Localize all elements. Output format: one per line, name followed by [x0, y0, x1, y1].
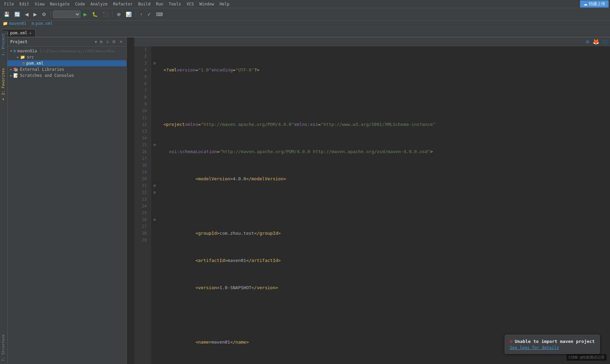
sidebar-title: Project	[10, 39, 92, 44]
tree-item-scratches[interactable]: ▶ 📝 Scratches and Consoles	[7, 72, 126, 79]
separator-3	[136, 11, 136, 18]
line-num-13: 13	[137, 128, 147, 135]
breadcrumb-file[interactable]: pom.xml	[35, 21, 53, 26]
menu-navigate[interactable]: Navigate	[47, 1, 73, 7]
breadcrumb-file-icon: m	[32, 21, 34, 26]
debug-button[interactable]: 🐛	[90, 11, 99, 18]
fold-marker-22[interactable]: ⊟	[154, 189, 156, 196]
back-button[interactable]: ◀	[23, 11, 30, 18]
code-text-1: <?	[163, 67, 169, 73]
line-num-7: 7	[137, 87, 147, 94]
line-num-15: 15	[137, 142, 147, 148]
tree-path-maven01a: C:\ZTools\mavenprojrct01\maven01a	[40, 49, 114, 53]
save-button[interactable]: 💾	[2, 11, 11, 18]
tree-label-scratches: Scratches and Consoles	[20, 73, 74, 78]
tab-bar: m pom.xml ✕	[0, 27, 610, 37]
line-num-28: 28	[137, 230, 147, 237]
code-line-6	[163, 203, 610, 210]
code-line-9: <version>1.0-SNAPSHOT</version>	[163, 284, 610, 291]
code-editor[interactable]: 1 2 3 4 5 6 7 8 9 10 11 12 13 14 15 16 1…	[134, 46, 610, 364]
menu-bar: File Edit View Navigate Code Analyze Ref…	[0, 0, 610, 8]
menu-code[interactable]: Code	[73, 1, 88, 7]
code-line-8: <artifactId>maven01</artifactId>	[163, 257, 610, 264]
menu-right: ☁ 拍摄上传	[580, 0, 609, 7]
fold-marker-3[interactable]: ⊟	[154, 60, 156, 67]
editor-toolbar: ⊙ 🦊 ⬡	[134, 37, 610, 46]
menu-help[interactable]: Help	[217, 1, 232, 7]
tree-icon-scratches: 📝	[13, 73, 18, 78]
line-num-11: 11	[137, 114, 147, 121]
tree-arrow-maven01a: ▼	[10, 49, 12, 53]
line-num-1: 1	[137, 46, 147, 53]
edge-icon[interactable]: ⬡	[602, 38, 609, 45]
tree-item-pom[interactable]: m pom.xml	[7, 60, 126, 66]
code-line-1: <?xml version="1.0" encoding="UTF-8"?>	[163, 67, 610, 73]
line-num-20: 20	[137, 176, 147, 182]
menu-analyze[interactable]: Analyze	[88, 1, 110, 7]
sidebar-dropdown-icon[interactable]: ▼	[95, 40, 97, 44]
vcs-commit-button[interactable]: ✓	[145, 11, 153, 18]
run-config-select[interactable]	[53, 11, 80, 18]
chrome-icon[interactable]: ⊙	[585, 38, 590, 45]
line-num-18: 18	[137, 162, 147, 169]
firefox-icon[interactable]: 🦊	[592, 38, 600, 45]
notification-description: See logs for details	[510, 345, 595, 350]
code-line-2	[163, 94, 610, 101]
notification-error-icon: ⊗	[510, 338, 513, 344]
menu-file[interactable]: File	[1, 1, 17, 7]
stop-button[interactable]: ⬛	[101, 11, 110, 18]
panel-project[interactable]: 1: Project	[0, 31, 7, 59]
tree-item-src[interactable]: ▶ 📁 src	[7, 54, 126, 60]
menu-run[interactable]: Run	[153, 1, 166, 7]
notification-link[interactable]: See logs for details	[510, 345, 559, 350]
terminal-button[interactable]: ⌨	[154, 11, 165, 18]
profile-button[interactable]: 📊	[124, 11, 133, 18]
tree-arrow-src: ▶	[17, 55, 19, 59]
fold-marker-15[interactable]: ⊟	[154, 142, 156, 148]
menu-build[interactable]: Build	[136, 1, 153, 7]
sidebar-hide-btn[interactable]: ✕	[118, 39, 124, 45]
tree-item-maven01a[interactable]: ▼ m maven01a C:\ZTools\mavenprojrct01\ma…	[7, 48, 126, 54]
panel-structure[interactable]: 7: Structure	[0, 332, 7, 364]
tree-item-ext-libs[interactable]: ▶ 📚 External Libraries	[7, 66, 126, 72]
fold-markers: ⊟ ⊟	[151, 46, 158, 364]
watermark: CSDN @性能测试记录	[566, 354, 607, 361]
menu-edit[interactable]: Edit	[17, 1, 32, 7]
upload-button[interactable]: ☁ 拍摄上传	[580, 0, 609, 7]
vcs-update-button[interactable]: ↑	[138, 11, 144, 18]
tab-close-button[interactable]: ✕	[29, 31, 31, 35]
sidebar-tree: ▼ m maven01a C:\ZTools\mavenprojrct01\ma…	[7, 47, 126, 364]
fold-marker-21[interactable]: ⊟	[154, 182, 156, 189]
breadcrumb-project[interactable]: maven01	[9, 21, 27, 26]
line-num-6: 6	[137, 80, 147, 87]
menu-tools[interactable]: Tools	[166, 1, 184, 7]
build-button[interactable]: ⚙	[40, 11, 48, 18]
left-panel-labels: 1: Project ★ 2: Favorites 7: Structure	[0, 31, 7, 364]
line-num-26: 26	[137, 216, 147, 223]
tree-label-ext: External Libraries	[20, 67, 64, 72]
tab-label: pom.xml	[10, 31, 28, 35]
line-num-24: 24	[137, 203, 147, 210]
toolbar: 💾 🔄 ◀ ▶ ⚙ ▶ 🐛 ⬛ ⊕ 📊 ↑ ✓ ⌨	[0, 8, 610, 20]
tree-label-src: src	[27, 55, 34, 60]
fold-marker-26[interactable]: ⊟	[154, 216, 156, 223]
sync-button[interactable]: 🔄	[13, 11, 22, 18]
menu-view[interactable]: View	[32, 1, 47, 7]
menu-vcs[interactable]: VCS	[184, 1, 197, 7]
run-button[interactable]: ▶	[82, 11, 89, 18]
notification-title: ⊗ Unable to import maven project	[510, 338, 595, 344]
panel-favorites[interactable]: ★ 2: Favorites	[0, 65, 7, 104]
menu-window[interactable]: Window	[197, 1, 217, 7]
separator-2	[112, 11, 113, 18]
breadcrumb-project-icon: 📁	[3, 21, 8, 26]
sidebar-locate-btn[interactable]: ⊕	[98, 39, 104, 45]
sidebar-header: Project ▼ ⊕ ≡ ⚙ ✕	[7, 37, 126, 47]
tree-icon-pom: m	[22, 61, 25, 66]
forward-button[interactable]: ▶	[32, 11, 39, 18]
code-content[interactable]: <?xml version="1.0" encoding="UTF-8"?> <…	[158, 46, 610, 364]
coverage-button[interactable]: ⊕	[115, 11, 123, 18]
code-attr-version: version	[177, 67, 195, 73]
sidebar-settings-btn[interactable]: ⚙	[111, 39, 117, 45]
sidebar-collapse-btn[interactable]: ≡	[105, 39, 110, 45]
menu-refactor[interactable]: Refactor	[110, 1, 136, 7]
